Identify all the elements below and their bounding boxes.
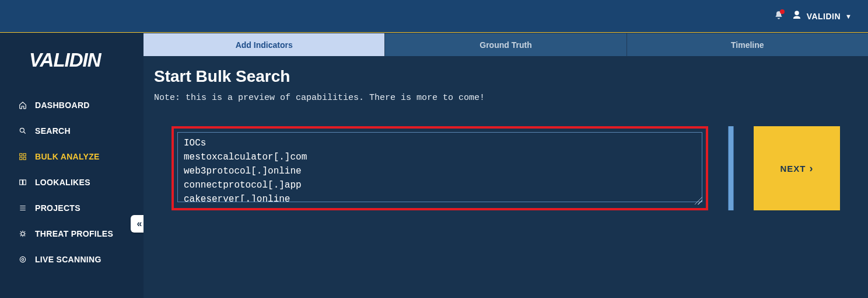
caret-down-icon: ▼	[845, 13, 852, 20]
sidebar-item-live-scanning[interactable]: LIVE SCANNING	[0, 247, 144, 272]
sidebar-nav: DASHBOARD SEARCH BULK ANALYZE LOOKALIKES…	[0, 92, 144, 272]
page-note: Note: this is a preview of capabilities.…	[154, 93, 858, 103]
svg-rect-4	[23, 157, 26, 160]
tab-label: Timeline	[731, 40, 764, 50]
bulk-search-row: NEXT ›	[154, 126, 858, 210]
topbar: VALIDIN ▼	[0, 0, 868, 33]
next-button-label: NEXT	[780, 164, 806, 174]
topbar-right: VALIDIN ▼	[774, 10, 852, 23]
grid-icon	[18, 153, 28, 161]
tab-timeline[interactable]: Timeline	[627, 33, 868, 56]
svg-rect-1	[20, 154, 22, 156]
target-icon	[18, 255, 28, 264]
content: Start Bulk Search Note: this is a previe…	[144, 57, 868, 210]
svg-point-8	[20, 257, 25, 262]
svg-point-9	[22, 258, 24, 261]
svg-point-7	[21, 232, 24, 235]
resize-handle[interactable]	[694, 196, 702, 205]
svg-rect-3	[20, 157, 22, 160]
main: Add Indicators Ground Truth Timeline Sta…	[144, 33, 868, 298]
sidebar-item-label: BULK ANALYZE	[35, 152, 100, 161]
chevrons-left-icon: «	[137, 219, 142, 229]
svg-rect-6	[23, 180, 26, 185]
sidebar-item-label: DASHBOARD	[35, 101, 90, 110]
notification-dot	[780, 9, 785, 14]
user-label: VALIDIN	[807, 12, 841, 21]
sidebar-item-bulk-analyze[interactable]: BULK ANALYZE	[0, 144, 144, 169]
lookalike-icon	[18, 178, 28, 186]
sidebar-item-label: LIVE SCANNING	[35, 255, 102, 264]
sidebar: VALIDIN DASHBOARD SEARCH BULK ANALYZE LO…	[0, 33, 144, 298]
notifications-button[interactable]	[774, 11, 783, 22]
sidebar-item-search[interactable]: SEARCH	[0, 118, 144, 144]
search-icon	[18, 127, 28, 135]
svg-rect-2	[23, 154, 26, 156]
list-icon	[18, 204, 28, 212]
svg-rect-5	[20, 180, 23, 185]
tab-label: Add Indicators	[236, 40, 293, 50]
sidebar-item-label: THREAT PROFILES	[35, 229, 113, 238]
bulk-input-highlight-frame	[172, 126, 708, 210]
page-title: Start Bulk Search	[154, 67, 858, 86]
bug-icon	[18, 230, 28, 238]
sidebar-item-dashboard[interactable]: DASHBOARD	[0, 92, 144, 118]
sidebar-item-label: SEARCH	[35, 126, 71, 136]
home-icon	[18, 101, 28, 109]
sidebar-item-lookalikes[interactable]: LOOKALIKES	[0, 169, 144, 195]
tabs: Add Indicators Ground Truth Timeline	[144, 33, 868, 57]
sidebar-item-label: LOOKALIKES	[35, 178, 90, 187]
tab-add-indicators[interactable]: Add Indicators	[144, 33, 385, 56]
chevron-right-icon: ›	[810, 162, 814, 175]
user-icon	[792, 10, 802, 23]
sidebar-item-threat-profiles[interactable]: THREAT PROFILES	[0, 221, 144, 247]
brand-logo: VALIDIN	[0, 41, 144, 92]
sidebar-item-label: PROJECTS	[35, 203, 80, 213]
tab-ground-truth[interactable]: Ground Truth	[385, 33, 626, 56]
textarea-scrollbar[interactable]	[728, 126, 734, 210]
user-menu[interactable]: VALIDIN ▼	[792, 10, 852, 23]
svg-point-0	[20, 128, 24, 132]
sidebar-item-projects[interactable]: PROJECTS	[0, 195, 144, 221]
next-button[interactable]: NEXT ›	[754, 126, 840, 210]
tab-label: Ground Truth	[480, 40, 531, 50]
bulk-indicators-textarea[interactable]	[177, 132, 702, 202]
